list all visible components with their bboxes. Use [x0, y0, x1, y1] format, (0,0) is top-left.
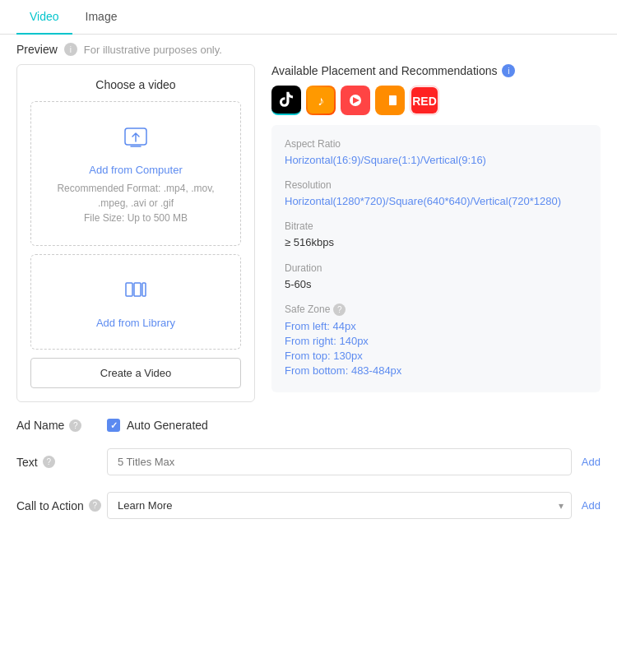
upload-from-computer-label: Add from Computer — [89, 164, 182, 176]
spec-resolution: Resolution Horizontal(1280*720)/Square(6… — [285, 179, 587, 209]
upload-icon — [121, 122, 151, 157]
platform-red[interactable]: RED — [410, 86, 439, 115]
call-to-action-select-wrapper: Learn More Shop Now Sign Up Download Con… — [107, 492, 572, 519]
form-section: Ad Name ? ✓ Auto Generated Text ? Add Ca… — [0, 402, 617, 519]
library-label: Add from Library — [96, 317, 175, 329]
platform-pangle[interactable] — [341, 86, 370, 115]
platform-global[interactable] — [375, 86, 405, 115]
preview-row: Preview i For illustrative purposes only… — [0, 35, 617, 64]
svg-text:RED: RED — [412, 95, 437, 108]
svg-rect-3 — [142, 283, 146, 296]
upload-from-library[interactable]: Add from Library — [30, 254, 241, 350]
platform-tiktok[interactable] — [271, 86, 301, 115]
main-content: Choose a video Add from Computer Recomme… — [0, 64, 617, 402]
platform-icons: ♪ — [271, 86, 601, 115]
ad-name-label: Ad Name ? — [16, 419, 107, 432]
spec-duration: Duration 5-60s — [285, 262, 587, 292]
upload-from-computer[interactable]: Add from Computer Recommended Format: .m… — [30, 101, 241, 246]
text-add-button[interactable]: Add — [582, 456, 601, 468]
svg-rect-2 — [134, 283, 141, 296]
call-to-action-row: Call to Action ? Learn More Shop Now Sig… — [16, 492, 601, 519]
right-panel: Available Placement and Recommendations … — [271, 64, 601, 402]
text-info-icon[interactable]: ? — [43, 456, 55, 468]
specs-box: Aspect Ratio Horizontal(16:9)/Square(1:1… — [271, 125, 601, 392]
auto-generated-wrapper: ✓ Auto Generated — [107, 419, 208, 432]
tabs-bar: Video Image — [0, 0, 617, 35]
create-video-button[interactable]: Create a Video — [30, 358, 241, 388]
svg-text:♪: ♪ — [318, 94, 324, 108]
text-row: Text ? Add — [16, 448, 601, 475]
cta-info-icon[interactable]: ? — [89, 499, 101, 512]
ad-name-info-icon[interactable]: ? — [69, 419, 81, 432]
text-label: Text ? — [16, 456, 107, 469]
preview-note: For illustrative purposes only. — [84, 44, 222, 56]
spec-aspect-ratio: Aspect Ratio Horizontal(16:9)/Square(1:1… — [285, 138, 587, 168]
auto-generated-label: Auto Generated — [127, 419, 208, 432]
placement-title: Available Placement and Recommendations … — [271, 64, 601, 77]
preview-label: Preview — [16, 43, 58, 56]
left-panel: Choose a video Add from Computer Recomme… — [16, 64, 255, 402]
library-icon — [121, 275, 151, 310]
preview-info-icon[interactable]: i — [64, 43, 77, 56]
ad-name-row: Ad Name ? ✓ Auto Generated — [16, 419, 601, 432]
placement-info-icon[interactable]: i — [502, 64, 515, 77]
tab-image[interactable]: Image — [72, 0, 131, 35]
platform-tiktok-music[interactable]: ♪ — [306, 86, 336, 115]
text-input[interactable] — [107, 448, 572, 475]
checkbox-check-icon: ✓ — [110, 420, 118, 431]
choose-video-title: Choose a video — [30, 78, 241, 91]
svg-rect-1 — [126, 283, 132, 296]
auto-generated-checkbox[interactable]: ✓ — [107, 419, 120, 432]
safe-zone-info-icon[interactable]: ? — [333, 304, 346, 316]
spec-bitrate: Bitrate ≥ 516kbps — [285, 220, 587, 250]
cta-add-button[interactable]: Add — [582, 499, 601, 512]
call-to-action-label: Call to Action ? — [16, 499, 107, 512]
spec-safe-zone: Safe Zone ? From left: 44px From right: … — [285, 304, 587, 379]
svg-rect-11 — [383, 95, 389, 105]
call-to-action-select[interactable]: Learn More Shop Now Sign Up Download Con… — [107, 492, 572, 519]
choose-video-box: Choose a video Add from Computer Recomme… — [16, 64, 255, 402]
upload-hint: Recommended Format: .mp4, .mov,.mpeg, .a… — [57, 181, 214, 225]
tab-video[interactable]: Video — [16, 0, 72, 35]
